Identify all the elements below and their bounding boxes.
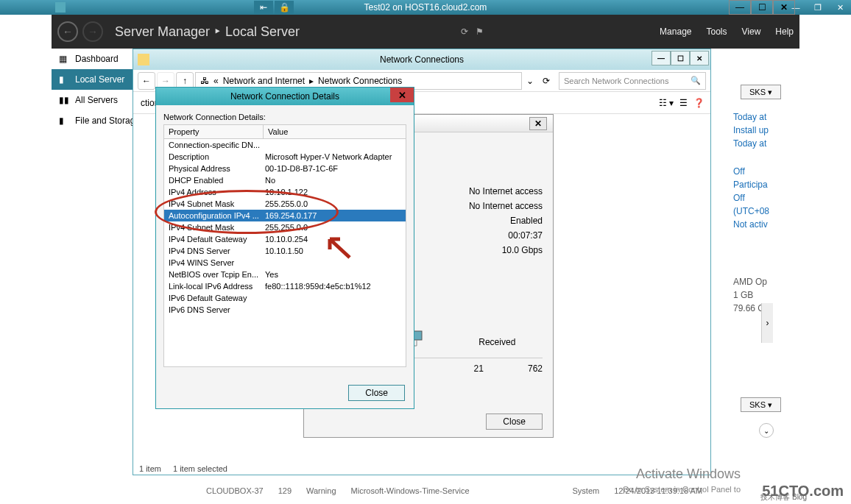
server-manager-header: ← → Server Manager ‣ Local Server ⟳ ⚑ Ma…	[52, 15, 799, 49]
table-row[interactable]: IPv4 Subnet Mask255.255.0.0	[164, 198, 406, 210]
table-row[interactable]: Autoconfiguration IPv4 ...169.254.0.177	[164, 210, 406, 221]
table-row[interactable]: IPv6 DNS Server	[164, 304, 406, 316]
search-icon: 🔍	[691, 76, 701, 85]
server-icon: ▮	[59, 74, 69, 85]
network-icon: 🖧	[200, 76, 209, 86]
close-button[interactable]: ✕	[773, 0, 795, 15]
table-row[interactable]: IPv4 Default Gateway10.10.0.254	[164, 233, 406, 245]
menu-bar: Manage Tools View Help	[660, 26, 794, 37]
view-icon[interactable]: ☷ ▾	[659, 98, 674, 108]
back-button[interactable]: ←	[138, 72, 155, 90]
details-icon[interactable]: ☰	[679, 98, 688, 108]
storage-icon: ▮	[59, 116, 69, 126]
table-row[interactable]: NetBIOS over Tcpip En...Yes	[164, 269, 406, 280]
dashboard-icon: ▦	[59, 54, 69, 64]
dropdown-chevron-icon[interactable]: ⌄	[522, 76, 538, 86]
pin-icon[interactable]: ⇤	[254, 1, 273, 14]
search-input[interactable]: Search Network Connections 🔍	[559, 72, 706, 90]
watermark-sub: 技术博客 Blog	[760, 492, 807, 503]
table-row[interactable]: IPv4 Subnet Mask255.255.0.0	[164, 221, 406, 233]
back-button[interactable]: ←	[57, 21, 78, 42]
window-titlebar[interactable]: Network Connections — ☐ ✕	[133, 49, 710, 70]
col-value[interactable]: Value	[264, 125, 406, 138]
menu-view[interactable]: View	[742, 26, 761, 37]
minimize-button[interactable]: —	[652, 51, 671, 65]
properties-panel: Today at Install up Today at Off Partici…	[733, 110, 785, 315]
menu-manage[interactable]: Manage	[660, 26, 691, 37]
activate-windows-sub: Go to System in Control Panel to	[623, 485, 741, 494]
forward-button[interactable]: →	[82, 21, 103, 42]
vm-toolbar-icons: ⇤ 🔒	[254, 1, 294, 14]
refresh-icon[interactable]: ⟳	[538, 76, 554, 86]
breadcrumb: Server Manager ‣ Local Server	[115, 24, 300, 40]
network-connection-details-dialog: Network Connection Details ✕ Network Con…	[155, 87, 414, 409]
close-button[interactable]: ✕	[390, 88, 414, 102]
servers-icon: ▮▮	[59, 95, 69, 105]
outer-window-controls: — ☐ ✕	[729, 0, 795, 15]
details-table: Property Value Connection-specific DN...…	[163, 124, 406, 367]
table-row[interactable]: IPv4 DNS Server10.10.1.50	[164, 245, 406, 257]
table-row[interactable]: IPv6 Default Gateway	[164, 292, 406, 304]
lock-icon[interactable]: 🔒	[275, 1, 294, 14]
table-row[interactable]: IPv4 Address10.10.1.122	[164, 186, 406, 198]
status-bar: 1 item 1 item selected	[139, 464, 227, 473]
table-row[interactable]: DHCP EnabledNo	[164, 174, 406, 186]
expand-chevron[interactable]: ›	[761, 303, 773, 343]
col-property[interactable]: Property	[164, 125, 264, 138]
help-icon[interactable]: ❓	[693, 98, 705, 108]
flag-icon[interactable]: ⚑	[476, 26, 484, 37]
window-title: Network Connections	[380, 54, 464, 65]
table-row[interactable]: Link-local IPv6 Addressfe80::1118:959d:4…	[164, 280, 406, 292]
menu-tools[interactable]: Tools	[706, 26, 727, 37]
menu-help[interactable]: Help	[775, 26, 794, 37]
close-button[interactable]: ✕	[529, 117, 547, 130]
vm-title: Test02 on HOST16.cloud2.com	[364, 2, 487, 13]
restore-button[interactable]: ❐	[807, 0, 829, 15]
vm-icon	[55, 2, 66, 13]
minimize-button[interactable]: —	[729, 0, 751, 15]
maximize-button[interactable]: ☐	[671, 51, 690, 65]
collapse-chevron-icon[interactable]: ⌄	[759, 423, 774, 438]
close-button[interactable]: ✕	[829, 0, 851, 15]
close-button[interactable]: Close	[486, 414, 543, 430]
activate-windows: Activate Windows	[636, 466, 741, 482]
close-button[interactable]: ✕	[690, 51, 709, 65]
refresh-icon[interactable]: ⟳	[461, 26, 468, 37]
close-button[interactable]: Close	[348, 385, 405, 401]
table-label: Network Connection Details:	[163, 113, 406, 121]
vm-titlebar: ⇤ 🔒 Test02 on HOST16.cloud2.com — ❐ ✕	[0, 0, 851, 15]
tasks-dropdown[interactable]: SKS ▾	[741, 85, 781, 99]
table-row[interactable]: Connection-specific DN...	[164, 139, 406, 151]
folder-icon	[138, 54, 149, 65]
table-row[interactable]: DescriptionMicrosoft Hyper-V Network Ada…	[164, 151, 406, 163]
tasks-dropdown[interactable]: SKS ▾	[741, 397, 781, 412]
table-row[interactable]: Physical Address00-1D-D8-B7-1C-6F	[164, 163, 406, 174]
maximize-button[interactable]: ☐	[751, 0, 773, 15]
dialog-titlebar[interactable]: Network Connection Details ✕	[156, 88, 414, 105]
table-row[interactable]: IPv4 WINS Server	[164, 257, 406, 269]
